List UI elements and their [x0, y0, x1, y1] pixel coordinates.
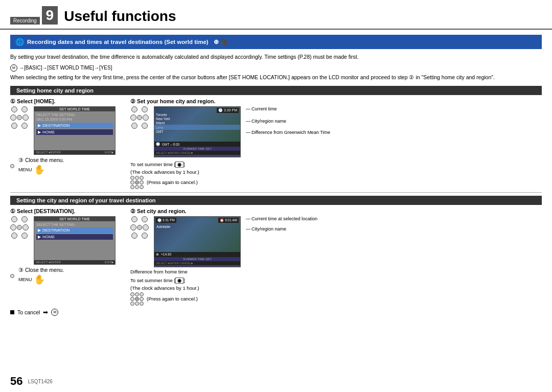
- ctrl3-ml: [10, 224, 16, 230]
- chapter-number: 9: [42, 6, 58, 25]
- screen4-bottom: SELECT ●ENTER CANCEL■: [154, 261, 240, 265]
- intro-para2: When selecting the setting for the very …: [10, 74, 542, 82]
- gmt-value: GMT – 6:00: [162, 143, 179, 146]
- ctrl-btn-tr: [21, 106, 28, 112]
- s2-annotation-city: — City/region name: [246, 226, 317, 232]
- ctrl3-top: [11, 216, 28, 222]
- page-header: Recording 9 Useful functions: [0, 0, 552, 30]
- screen4-summer: SUMMER TIME SET: [154, 257, 240, 261]
- step2-content: 🕒 3:30 PM TorontoNew YorkMiamiLimaGMT 🕐 …: [130, 106, 542, 157]
- step3-menu: MENU ✋: [18, 164, 64, 175]
- screen3-dest: SET WORLD TIME SELECT THE SETTING. ▶DEST…: [34, 216, 116, 265]
- controller-bot-row: [11, 123, 28, 129]
- ctrl3-center: [17, 225, 22, 230]
- screen4-city: Adelaide: [156, 225, 170, 228]
- cancel-label: To cancel: [17, 309, 40, 315]
- controller-top-row: [11, 106, 28, 112]
- step3-label: ③ Close the menu.: [18, 157, 64, 163]
- ctrl2-mid: [130, 114, 149, 121]
- ctrl3-mid: [10, 224, 29, 230]
- model-number: LSQT1426: [28, 379, 52, 384]
- cancel-arrow: ➡: [43, 309, 48, 316]
- step3-section1: ③ Close the menu. MENU ✋: [10, 157, 123, 175]
- screen4-time-right: ⏰ 6:01 AM: [218, 218, 239, 223]
- feature-header: 🌐 Recording dates and times at travel de…: [10, 35, 542, 49]
- summer-note-s1: To set summer time [◉] (The clock advanc…: [130, 160, 542, 190]
- screen1-body: SELECT THE SETTING. DEC.15.2009 3:30 PM …: [34, 111, 115, 136]
- ctrl3-mr: [22, 224, 29, 230]
- page-footer: 56 LSQT1426: [10, 375, 542, 388]
- ctrl-btn-bl: [11, 123, 17, 129]
- controller-mid-row: [10, 114, 29, 121]
- ctrl-btn-br: [21, 123, 28, 129]
- screen1-home: SET WORLD TIME SELECT THE SETTING. DEC.1…: [34, 106, 116, 155]
- screen1-row-dest: ▶DESTINATION: [36, 123, 113, 128]
- screen3-bottom: SELECT ●ENTER EXIT■: [34, 260, 115, 264]
- screen2-bottom: SELECT ●ENTER CANCEL■: [154, 151, 240, 155]
- menu-icon: M: [10, 64, 17, 72]
- page-content: 🌐 Recording dates and times at travel de…: [0, 30, 552, 323]
- ctrl-btn-mr: [22, 114, 29, 121]
- gmt-icon: 🕐: [156, 142, 160, 146]
- page-title: Useful functions: [64, 8, 176, 25]
- menu-path-text: →[BASIC]→[SET WORLD TIME]→[YES]: [19, 65, 112, 71]
- annotation-current-time: — Current time: [246, 106, 330, 111]
- screen1-bottom: SELECT ●ENTER EXIT■: [34, 150, 115, 154]
- ctrl2-ml: [130, 114, 136, 121]
- ctrl3-br: [21, 233, 28, 239]
- screen2-map: 🕒 3:30 PM TorontoNew YorkMiamiLimaGMT 🕐 …: [154, 106, 241, 157]
- menu-hand-icon: ✋: [34, 164, 45, 175]
- screen3-row-home: ▶HOME: [36, 234, 113, 240]
- screen1-subtitle: SELECT THE SETTING.: [36, 113, 113, 117]
- section1-steps: ① Select [HOME].: [10, 98, 542, 190]
- section-separator: [10, 192, 542, 193]
- s2-step1-content: SET WORLD TIME SELECT THE SETTING. ▶DEST…: [10, 216, 123, 265]
- gmt-row: 🕐 GMT – 6:00: [154, 142, 240, 147]
- menu-path: M →[BASIC]→[SET WORLD TIME]→[YES]: [10, 64, 542, 72]
- screen1-row-home: ▶HOME: [36, 129, 113, 135]
- screen4-annotations: — Current time at selected location — Ci…: [246, 216, 317, 237]
- map-current-time: 🕒 3:30 PM: [217, 108, 239, 113]
- s2-step1-label: ① Select [DESTINATION].: [10, 208, 123, 214]
- screen2-container: 🕒 3:30 PM TorontoNew YorkMiamiLimaGMT 🕐 …: [154, 106, 241, 157]
- step1-label: ① Select [HOME].: [10, 98, 123, 104]
- screen4-diff-value: +14:30: [161, 252, 171, 256]
- screen3-body: SELECT THE SETTING. ▶DESTINATION ▶HOME: [34, 221, 115, 241]
- ctrl2-bot: [131, 123, 148, 129]
- feature-header-text: Recording dates and times at travel dest…: [27, 39, 209, 45]
- annotation-city-region: — City/region name: [246, 119, 330, 124]
- recording-badge: Recording: [10, 17, 40, 25]
- ctrl3-bot: [11, 233, 28, 239]
- ctrl2-center: [137, 115, 142, 120]
- screen2-annotations: — Current time — City/region name — Diff…: [246, 106, 330, 136]
- section2-header: Setting the city and region of your trav…: [10, 196, 542, 205]
- ctrl3-tr: [21, 216, 28, 222]
- screen4-container: 🕒 3:31 PM ⏰ 6:01 AM Adelaide ⊕ +14:30 SU…: [154, 216, 241, 267]
- ctrl-btn-center: [17, 115, 22, 120]
- section1-step1: ① Select [HOME].: [10, 98, 123, 175]
- screen1-title: SET WORLD TIME: [34, 107, 115, 111]
- summer-time-bar: SUMMER TIME SET: [154, 147, 240, 151]
- ctrl2-bl: [131, 123, 137, 129]
- step2-label: ② Set your home city and region.: [130, 98, 542, 104]
- screen1-date: DEC.15.2009 3:30 PM: [36, 118, 113, 121]
- ctrl-btn-ml: [10, 114, 16, 121]
- ctrl-btn-step3-1: [10, 164, 14, 168]
- screen3-row-dest: ▶DESTINATION: [36, 227, 113, 233]
- page-number: 56: [10, 375, 22, 388]
- intro-para1: By setting your travel destination, the …: [10, 53, 542, 61]
- map-area: 🕒 3:30 PM TorontoNew YorkMiamiLimaGMT: [154, 107, 240, 142]
- s2-step3-label: ③ Close the menu.: [18, 267, 64, 273]
- section2-steps: ① Select [DESTINATION].: [10, 208, 542, 306]
- diff-from-home: Difference from home time: [130, 269, 542, 274]
- city-list: TorontoNew YorkMiamiLimaGMT: [156, 113, 170, 134]
- ctrl2-tr: [142, 106, 148, 112]
- cancel-square-icon: [10, 310, 14, 314]
- summer-note-s2: To set summer time [◉] (The clock advanc…: [130, 276, 542, 306]
- ctrl2-tl: [131, 106, 137, 112]
- ctrl3-tl: [11, 216, 17, 222]
- cancel-row: To cancel ➡ M: [10, 309, 542, 316]
- section2-step1: ① Select [DESTINATION].: [10, 208, 123, 285]
- screen4-time-left: 🕒 3:31 PM: [156, 218, 176, 223]
- annotation-diff: — Difference from Greenwich Mean Time: [246, 130, 330, 136]
